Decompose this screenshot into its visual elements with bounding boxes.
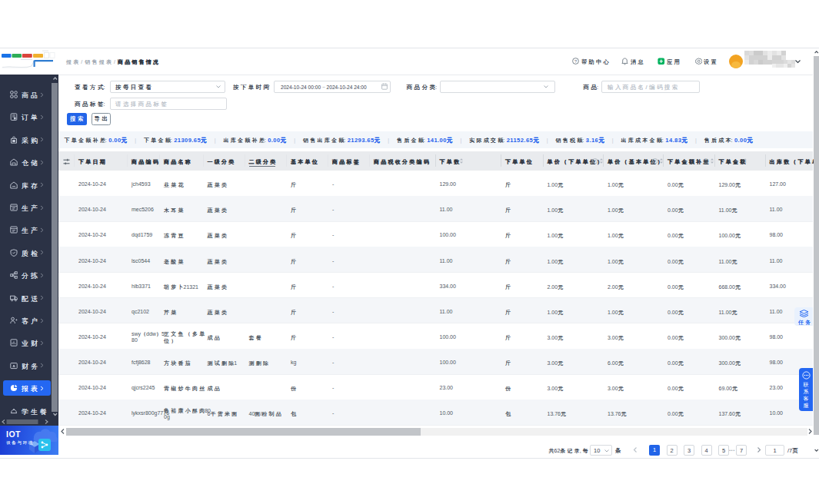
svg-text:?: ? [574,59,577,64]
svg-text:?: ? [654,159,656,163]
svg-text:?: ? [704,159,707,163]
svg-text:?: ? [594,159,596,163]
